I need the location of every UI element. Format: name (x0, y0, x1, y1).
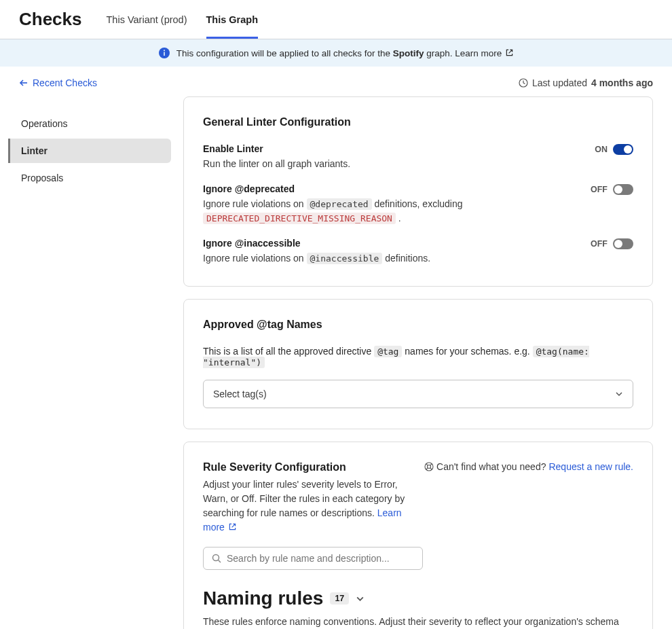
rule-search-input[interactable] (227, 553, 414, 564)
last-updated: Last updated 4 months ago (519, 77, 653, 88)
enable-linter-toggle[interactable] (613, 144, 633, 155)
card-title: Approved @tag Names (203, 319, 633, 331)
ignore-inaccessible-desc: Ignore rule violations on @inaccessible … (203, 251, 582, 266)
info-icon (159, 48, 170, 58)
rule-group-desc: These rules enforce naming conventions. … (203, 615, 633, 629)
rule-count-badge: 17 (330, 592, 349, 605)
ignore-deprecated-desc: Ignore rule violations on @deprecated de… (203, 197, 582, 226)
info-banner-text: This configuration will be applied to al… (176, 48, 513, 58)
svg-point-5 (428, 465, 431, 469)
recent-checks-link[interactable]: Recent Checks (19, 77, 97, 88)
card-title: Rule Severity Configuration (203, 461, 411, 473)
info-banner-learn-more-link[interactable]: Learn more (455, 48, 513, 58)
rule-severity-desc: Adjust your linter rules' severity level… (203, 478, 411, 535)
toggle-state-text: ON (595, 145, 608, 154)
svg-point-2 (164, 50, 165, 51)
enable-linter-label: Enable Linter (203, 143, 586, 154)
ignore-deprecated-label: Ignore @deprecated (203, 183, 582, 194)
naming-rules-group-header[interactable]: Naming rules 17 (203, 588, 633, 609)
clock-icon (519, 78, 528, 88)
toggle-state-text: OFF (591, 185, 608, 194)
approved-tag-desc: This is a list of all the approved direc… (203, 346, 633, 367)
help-icon (424, 462, 434, 471)
tab-this-variant[interactable]: This Variant (prod) (107, 0, 187, 39)
sidebar: Operations Linter Proposals (8, 95, 171, 629)
ignore-deprecated-toggle[interactable] (613, 184, 633, 195)
svg-point-4 (425, 463, 433, 471)
arrow-left-icon (19, 78, 29, 88)
rule-severity-card: Rule Severity Configuration Adjust your … (183, 442, 653, 629)
general-linter-config-card: General Linter Configuration Enable Lint… (183, 96, 653, 287)
external-link-icon (229, 523, 236, 531)
sidebar-item-proposals[interactable]: Proposals (8, 166, 171, 190)
sidebar-item-linter[interactable]: Linter (8, 139, 171, 163)
approved-tag-names-card: Approved @tag Names This is a list of al… (183, 299, 653, 429)
toggle-state-text: OFF (591, 239, 608, 249)
code-inaccessible: @inaccessible (307, 253, 383, 264)
rule-group-title: Naming rules (203, 588, 323, 609)
ignore-inaccessible-label: Ignore @inaccessible (203, 238, 582, 249)
page-title: Checks (19, 9, 82, 30)
search-icon (212, 554, 221, 563)
enable-linter-desc: Run the linter on all graph variants. (203, 157, 586, 171)
sidebar-item-operations[interactable]: Operations (8, 111, 171, 136)
chevron-down-icon (356, 594, 365, 603)
external-link-icon (506, 49, 513, 56)
ignore-inaccessible-toggle[interactable] (613, 238, 633, 249)
tab-this-graph[interactable]: This Graph (206, 0, 259, 39)
code-tag: @tag (374, 346, 402, 357)
svg-point-6 (213, 555, 219, 561)
request-rule-link[interactable]: Request a new rule. (548, 461, 633, 472)
code-deprecated-violation: DEPRECATED_DIRECTIVE_MISSING_REASON (203, 213, 396, 224)
card-title: General Linter Configuration (203, 116, 633, 128)
rule-search-input-wrapper[interactable] (203, 547, 423, 570)
svg-rect-1 (164, 52, 165, 56)
chevron-down-icon (615, 390, 623, 398)
tag-select[interactable]: Select tag(s) (203, 380, 633, 408)
info-banner: This configuration will be applied to al… (0, 39, 672, 67)
code-deprecated: @deprecated (307, 198, 372, 210)
